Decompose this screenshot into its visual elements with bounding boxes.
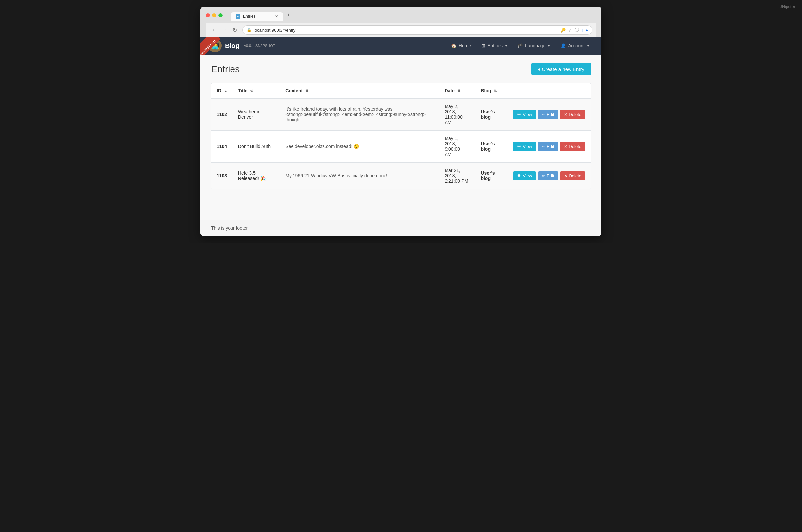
tab-close-button[interactable]: ✕ (275, 15, 278, 19)
sort-blog-icon: ⇅ (494, 89, 497, 93)
row1-title: Weather in Denver (233, 98, 280, 131)
row1-id: 1102 (211, 98, 233, 131)
row2-view-button[interactable]: 👁 View (513, 142, 536, 151)
nav-home[interactable]: 🏠 Home (447, 40, 475, 51)
browser-tab[interactable]: E Entries ✕ (230, 12, 283, 21)
extension-icon: i (582, 28, 583, 33)
create-entry-button[interactable]: + Create a new Entry (531, 63, 591, 75)
main-content: Entries + Create a new Entry ID ▲ Title (201, 55, 601, 220)
table-row: 1103 Hefe 3.5 Released! 🎉 My 1966 21-Win… (211, 163, 591, 189)
language-caret-icon: ▾ (548, 44, 550, 48)
reload-button[interactable]: ↻ (231, 26, 239, 34)
row3-view-button[interactable]: 👁 View (513, 171, 536, 180)
table-row: 1102 Weather in Denver It's like Ireland… (211, 98, 591, 131)
nav-language-label: Language (525, 43, 545, 49)
entries-table-container: ID ▲ Title ⇅ Content ⇅ (211, 83, 591, 189)
row1-content: It's like Ireland today, with lots of ra… (280, 98, 439, 131)
row1-blog: User's blog (475, 98, 508, 131)
col-content-label: Content (285, 88, 303, 93)
address-bar[interactable]: 🔒 localhost:9000/#/entry 🔑 ☆ ⓘ i ● (242, 25, 592, 35)
row1-actions: 👁 View ✏ Edit ✕ Delete (508, 98, 591, 131)
sort-date-icon: ⇅ (458, 89, 460, 93)
view-eye-icon: 👁 (517, 112, 521, 117)
forward-button[interactable]: → (220, 26, 229, 34)
footer-text: This is your footer (211, 226, 248, 231)
row3-actions: 👁 View ✏ Edit ✕ Delete (508, 163, 591, 189)
edit-pencil-icon: ✏ (542, 173, 545, 178)
row3-delete-button[interactable]: ✕ Delete (560, 171, 585, 180)
back-button[interactable]: ← (210, 26, 219, 34)
col-date-label: Date (445, 88, 454, 93)
row2-content: See developer.okta.com instead! 🙂 (280, 131, 439, 163)
row3-title: Hefe 3.5 Released! 🎉 (233, 163, 280, 189)
sort-title-icon: ⇅ (250, 89, 253, 93)
url-text: localhost:9000/#/entry (254, 28, 296, 33)
row1-edit-button[interactable]: ✏ Edit (538, 110, 558, 119)
footer: This is your footer (201, 220, 601, 236)
profile-icon: ● (585, 28, 588, 33)
row1-delete-button[interactable]: ✕ Delete (560, 110, 585, 119)
col-date[interactable]: Date ⇅ (439, 83, 475, 98)
col-blog[interactable]: Blog ⇅ (475, 83, 508, 98)
entities-icon: ⊞ (482, 43, 485, 49)
table-header-row: ID ▲ Title ⇅ Content ⇅ (211, 83, 591, 98)
maximize-button[interactable] (218, 13, 223, 17)
account-caret-icon: ▾ (587, 44, 589, 48)
col-id[interactable]: ID ▲ (211, 83, 233, 98)
view-eye-icon: 👁 (517, 144, 521, 149)
col-actions (508, 83, 591, 98)
nav-home-label: Home (459, 43, 471, 49)
row3-blog: User's blog (475, 163, 508, 189)
navbar-nav: 🏠 Home ⊞ Entities ▾ 🏴 Language ▾ 👤 Accou… (447, 40, 594, 51)
row2-blog: User's blog (475, 131, 508, 163)
nav-account-label: Account (568, 43, 585, 49)
entries-table: ID ▲ Title ⇅ Content ⇅ (211, 83, 591, 189)
row2-id: 1104 (211, 131, 233, 163)
dev-ribbon-text: Development (201, 37, 221, 55)
entities-caret-icon: ▾ (505, 44, 507, 48)
row2-delete-button[interactable]: ✕ Delete (560, 142, 585, 151)
col-blog-label: Blog (481, 88, 491, 93)
star-icon[interactable]: ☆ (568, 28, 572, 33)
col-title-label: Title (238, 88, 248, 93)
nav-entities-label: Entities (487, 43, 503, 49)
row3-id: 1103 (211, 163, 233, 189)
info-icon: ⓘ (575, 27, 579, 33)
row3-edit-button[interactable]: ✏ Edit (538, 171, 558, 180)
nav-entities[interactable]: ⊞ Entities ▾ (477, 40, 511, 51)
flag-icon: 🏴 (517, 43, 523, 49)
row2-date: May 1,2018,9:00:00AM (439, 131, 475, 163)
edit-pencil-icon: ✏ (542, 112, 545, 117)
close-button[interactable] (206, 13, 210, 17)
nav-account[interactable]: 👤 Account ▾ (556, 40, 594, 51)
brand-version: v0.0.1-SNAPSHOT (244, 44, 275, 48)
tab-title: Entries (243, 14, 255, 19)
edit-pencil-icon: ✏ (542, 144, 545, 149)
new-tab-button[interactable]: + (283, 10, 294, 21)
row3-content: My 1966 21-Window VW Bus is finally done… (280, 163, 439, 189)
sort-content-icon: ⇅ (305, 89, 308, 93)
col-id-label: ID (217, 88, 221, 93)
nav-language[interactable]: 🏴 Language ▾ (513, 40, 554, 51)
tab-favicon: E (236, 14, 240, 19)
row2-title: Don't Build Auth (233, 131, 280, 163)
delete-times-icon: ✕ (564, 144, 567, 149)
page-title: Entries (211, 64, 240, 75)
user-icon: 👤 (560, 43, 566, 49)
key-icon: 🔑 (560, 28, 565, 33)
dev-ribbon: Development (201, 37, 228, 55)
view-eye-icon: 👁 (517, 173, 521, 178)
row1-view-button[interactable]: 👁 View (513, 110, 536, 119)
home-icon: 🏠 (451, 43, 457, 49)
table-row: 1104 Don't Build Auth See developer.okta… (211, 131, 591, 163)
col-title[interactable]: Title ⇅ (233, 83, 280, 98)
page-header: Entries + Create a new Entry (211, 63, 591, 75)
row2-edit-button[interactable]: ✏ Edit (538, 142, 558, 151)
sort-id-icon: ▲ (224, 89, 227, 93)
minimize-button[interactable] (212, 13, 216, 17)
navbar: Development 🧑‍💻 Blog v0.0.1-SNAPSHOT 🏠 H… (201, 37, 601, 55)
col-content[interactable]: Content ⇅ (280, 83, 439, 98)
row3-date: Mar 21,2018,2:21:00 PM (439, 163, 475, 189)
delete-times-icon: ✕ (564, 173, 567, 178)
row1-date: May 2,2018,11:00:00AM (439, 98, 475, 131)
